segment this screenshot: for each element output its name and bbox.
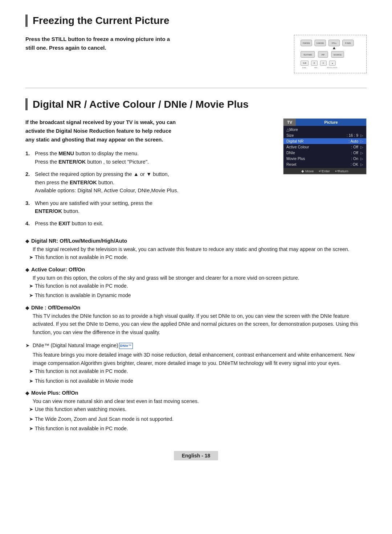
- bullet-digital-nr-header: ◆ Digital NR: Off/Low/Medium/High/Auto: [25, 238, 367, 244]
- bullet-digital-nr-body: If the signal received by the television…: [33, 245, 367, 253]
- dnie-badge: DNIe™: [119, 343, 133, 349]
- bullet-active-colour-body: If you turn on this option, the colors o…: [33, 274, 367, 282]
- bullets-section: ◆ Digital NR: Off/Low/Medium/High/Auto I…: [25, 238, 367, 433]
- section-freeze-title: Freezing the Current Picture: [25, 15, 367, 27]
- movie-plus-note2: ➤ The Wide Zoom, Zoom and Just Scan mode…: [29, 415, 367, 423]
- menu-row-size: Size : 16 : 9 ▷: [283, 132, 366, 138]
- bullet-dnie: ◆ DNIe : Off/Demo/On This TV includes th…: [25, 305, 367, 336]
- remote-svg: P.MODE S.MODE STILL P.SIZE TEXT/MIX PIP …: [297, 38, 363, 69]
- menu-row-movie-plus: Movie Plus : On ▷: [283, 156, 366, 161]
- menu-rows: △More Size : 16 : 9 ▷ Digital NR : Auto …: [283, 126, 366, 168]
- menu-header: TV Picture: [283, 119, 366, 126]
- active-colour-note2: ➤ This function is available in Dynamic …: [29, 291, 367, 299]
- svg-text:SOURCE: SOURCE: [334, 53, 342, 56]
- svg-text:STILL: STILL: [332, 42, 337, 44]
- movie-plus-note1: ➤ Use this function when watching movies…: [29, 405, 367, 413]
- svg-text:P.MODE: P.MODE: [303, 42, 310, 44]
- bullet-dnie-tm: ➤ DNIe™ (Digital Natural Image engine)DN…: [25, 341, 367, 385]
- menu-row-reset: Reset : OK ▷: [283, 161, 366, 167]
- menu-footer: ◆ Move ↵Enter ↩Return: [283, 168, 366, 174]
- step-2: 2. Select the required option by pressin…: [25, 170, 272, 194]
- section-freeze: Freezing the Current Picture Press the S…: [25, 15, 367, 73]
- svg-text:D: D: [323, 62, 324, 64]
- bullet-digital-nr: ◆ Digital NR: Off/Low/Medium/High/Auto I…: [25, 238, 367, 262]
- dnie-tm-note2: ➤ This function is not available in Movi…: [29, 377, 367, 385]
- bullet-movie-plus-header: ◆ Movie Plus: Off/On: [25, 390, 367, 396]
- svg-text:TEXT/MIX: TEXT/MIX: [303, 53, 313, 56]
- digital-nr-note1: ➤ This function is not available in PC m…: [29, 253, 367, 261]
- page-footer: English - 18: [25, 451, 367, 460]
- svg-text:PIP: PIP: [322, 53, 325, 56]
- step-1: 1. Press the MENU button to display the …: [25, 149, 272, 166]
- menu-header-tv: TV: [283, 119, 296, 126]
- dnie-tm-note1: ➤ This function is not available in PC m…: [29, 367, 367, 375]
- bullet-active-colour: ◆ Active Colour: Off/On If you turn on t…: [25, 267, 367, 300]
- movie-plus-note3: ➤ This function is not available in PC m…: [29, 424, 367, 432]
- bullet-movie-plus-body: You can view more natural skin and clear…: [33, 397, 367, 405]
- freeze-description: Press the STILL button to freeze a movin…: [25, 35, 283, 52]
- menu-row-active-colour: Active Colour : Off ▷: [283, 144, 366, 150]
- section-digital-nr-title: Digital NR / Active Colour / DNIe / Movi…: [25, 98, 367, 111]
- dnie-tm-intro-line: ➤ DNIe™ (Digital Natural Image engine)DN…: [25, 341, 367, 349]
- bullet-dnie-header: ◆ DNIe : Off/Demo/On: [25, 305, 367, 311]
- step-4: 4. Press the EXIT button to exit.: [25, 219, 272, 227]
- svg-marker-6: [333, 47, 336, 49]
- menu-row-digital-nr: Digital NR : Auto ▷: [283, 138, 366, 144]
- bullet-dnie-body: This TV includes the DNIe function so as…: [33, 312, 367, 336]
- remote-diagram: P.MODE S.MODE STILL P.SIZE TEXT/MIX PIP …: [294, 35, 367, 73]
- section-digital-nr: Digital NR / Active Colour / DNIe / Movi…: [25, 98, 367, 433]
- svg-text:RESOLUTION: RESOLUTION: [327, 67, 337, 69]
- menu-row-dnie: DNIe : Off ▷: [283, 150, 366, 156]
- svg-text:S.MODE: S.MODE: [317, 42, 324, 44]
- bullet-dnie-tm-body: This feature brings you more detailed im…: [33, 351, 367, 367]
- svg-text:SUB: SUB: [303, 62, 306, 64]
- intro-text: If the broadcast signal received by your…: [25, 118, 272, 144]
- steps-content: If the broadcast signal received by your…: [25, 118, 272, 232]
- menu-row-more: △More: [283, 127, 366, 132]
- step-3: 3. When you are satisfied with your sett…: [25, 199, 272, 215]
- menu-screenshot: TV Picture △More Size : 16 : 9 ▷ Digital…: [283, 118, 367, 174]
- svg-text:SBS...: SBS...: [314, 67, 319, 69]
- svg-text:P.SIZE: P.SIZE: [345, 42, 351, 44]
- svg-text:▲: ▲: [331, 62, 333, 64]
- active-colour-note1: ➤ This function is not available in PC m…: [29, 282, 367, 290]
- svg-text:DUAL: DUAL: [302, 67, 306, 69]
- bullet-movie-plus: ◆ Movie Plus: Off/On You can view more n…: [25, 390, 367, 433]
- freeze-desc-text: Press the STILL button to freeze a movin…: [25, 35, 283, 52]
- section-divider: [25, 88, 367, 88]
- page-number-box: English - 18: [174, 451, 219, 460]
- svg-text:B: B: [314, 62, 315, 64]
- menu-header-picture: Picture: [296, 119, 366, 126]
- bullet-active-colour-header: ◆ Active Colour: Off/On: [25, 267, 367, 272]
- steps-list: 1. Press the MENU button to display the …: [25, 149, 272, 228]
